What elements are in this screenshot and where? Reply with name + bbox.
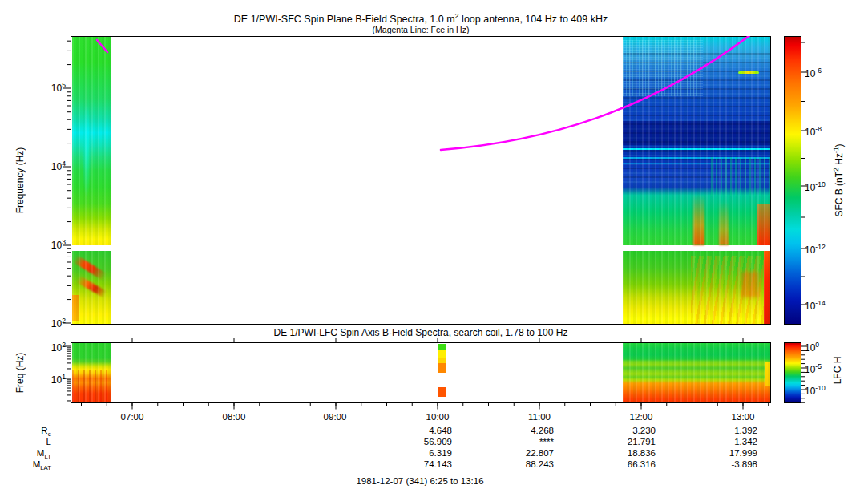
ephemeris-value: 88.243 [506, 459, 554, 469]
ephemeris-value: 6.319 [404, 448, 452, 458]
row-label-text: L [46, 437, 51, 446]
tick-exp: 2 [62, 317, 66, 325]
sfc-ytick-label: 103 [30, 238, 66, 251]
ephemeris-row-label-re: Re [19, 426, 51, 438]
tick-exp: -5 [815, 362, 822, 370]
title-text: DE 1/PWI-SFC Spin Plane B-Field Spectra,… [234, 14, 455, 25]
time-tick-label: 11:00 [515, 412, 563, 422]
ephemeris-value: 1.342 [709, 437, 757, 446]
sfc-yaxis-ticks [59, 36, 71, 325]
ephemeris-value: 18.836 [608, 448, 656, 458]
column-noise-overlay [72, 251, 111, 325]
lfc-ytick-label: 102 [30, 341, 66, 354]
sfc-ytick-label: 102 [30, 317, 66, 329]
lfc-ytick-label: 101 [30, 373, 66, 386]
tick-exp: 5 [62, 81, 66, 89]
cbar-label-sup: -1 [832, 147, 840, 153]
sfc-colorbar [784, 36, 801, 325]
tick-base: 10 [805, 127, 815, 138]
tick-exp: 4 [62, 160, 66, 168]
sfc-spectrogram-panel [71, 36, 771, 325]
page-subtitle: (Magenta Line: Fce in Hz) [71, 25, 771, 34]
sfc-cbar-label: SFC B (nT2 Hz-1) [832, 36, 845, 325]
row-label-text: M [37, 448, 45, 458]
column-noise-overlay [72, 343, 111, 402]
tick-base: 10 [51, 374, 62, 386]
ephemeris-value: -3.898 [709, 459, 757, 469]
time-tick-label: 12:00 [617, 412, 665, 422]
tick-exp: -10 [815, 180, 825, 188]
row-label-text: R [41, 426, 47, 435]
time-tick-label: 13:00 [719, 412, 767, 422]
row-label-sub: LAT [40, 464, 51, 471]
ephemeris-value: 21.791 [608, 437, 656, 446]
lfc-cell-red [438, 387, 446, 397]
time-tick-label: 10:00 [414, 412, 462, 422]
tick-exp: 3 [62, 238, 66, 246]
cbar-label-sup: 2 [832, 168, 840, 172]
time-axis-ticks [71, 403, 771, 410]
tick-base: 10 [805, 342, 815, 354]
lfc-cell-orange [438, 363, 446, 373]
spectrogram-figure: DE 1/PWI-SFC Spin Plane B-Field Spectra,… [0, 0, 868, 497]
tick-base: 10 [805, 301, 815, 312]
tick-exp: 1 [62, 373, 66, 381]
tick-exp: -14 [815, 299, 825, 307]
row-label-text: M [33, 459, 41, 469]
ephemeris-value: 4.648 [404, 426, 452, 435]
column-noise-overlay [72, 37, 111, 245]
time-tick-label: 07:00 [108, 412, 156, 422]
tick-exp: -10 [815, 384, 825, 392]
sfc-ytick-label: 104 [30, 160, 66, 172]
sfc-data-block-early-lower [72, 251, 111, 325]
ephemeris-row-label-l: L [19, 437, 51, 449]
lfc-cell-gold [438, 358, 446, 363]
tick-base: 10 [805, 182, 815, 193]
lfc-spectrogram-panel [71, 342, 771, 403]
cbar-label-text: Hz [834, 153, 845, 168]
time-tick-label: 09:00 [311, 412, 359, 422]
page-title: DE 1/PWI-SFC Spin Plane B-Field Spectra,… [71, 12, 771, 25]
sfc-yaxis-label: Frequency (Hz) [14, 36, 26, 325]
sfc-data-block-late-upper [623, 37, 771, 245]
tick-exp: -6 [815, 67, 822, 75]
tick-base: 10 [51, 83, 62, 94]
tick-base: 10 [51, 342, 62, 354]
sfc-data-block-early-upper [72, 37, 111, 245]
lfc-cell-green [438, 344, 446, 350]
tick-base: 10 [805, 386, 815, 397]
cbar-label-text: ) [834, 143, 845, 147]
tick-base: 10 [805, 68, 815, 79]
ephemeris-value: 4.268 [506, 426, 554, 435]
ephemeris-row-label-mlat: MLAT [19, 459, 51, 471]
lfc-panel-title: DE 1/PWI-LFC Spin Axis B-Field Spectra, … [71, 327, 771, 338]
lfc-colorbar [784, 342, 801, 403]
column-noise-overlay [623, 343, 771, 402]
lfc-data-block-1000 [438, 343, 446, 403]
tick-base: 10 [805, 364, 815, 375]
column-noise-overlay [623, 251, 771, 325]
tick-base: 10 [51, 318, 62, 329]
time-tick-label: 08:00 [210, 412, 258, 422]
lfc-cbar-label: LFC H [832, 322, 843, 418]
tick-exp: -8 [815, 125, 822, 133]
lfc-yaxis-label: Freq (Hz) [14, 325, 26, 421]
tick-exp: 2 [62, 341, 66, 349]
ephemeris-value: **** [506, 437, 554, 446]
ephemeris-value: 74.143 [404, 459, 452, 469]
tick-base: 10 [51, 240, 62, 251]
sfc-data-block-late-lower [623, 251, 771, 325]
ephemeris-value: 22.807 [506, 448, 554, 458]
tick-exp: 0 [815, 341, 819, 349]
column-noise-overlay [623, 37, 771, 245]
ephemeris-row-label-mlt: MLT [19, 448, 51, 460]
lfc-data-block-early [72, 343, 111, 402]
ephemeris-value: 56.909 [404, 437, 452, 446]
tick-base: 10 [51, 161, 62, 172]
cbar-label-text: SFC B (nT [834, 172, 845, 217]
lfc-cell-yellow [438, 350, 446, 358]
lfc-data-block-late [623, 343, 771, 402]
sfc-ytick-label: 105 [30, 81, 66, 94]
tick-exp: -12 [815, 243, 825, 251]
ephemeris-value: 17.999 [709, 448, 757, 458]
